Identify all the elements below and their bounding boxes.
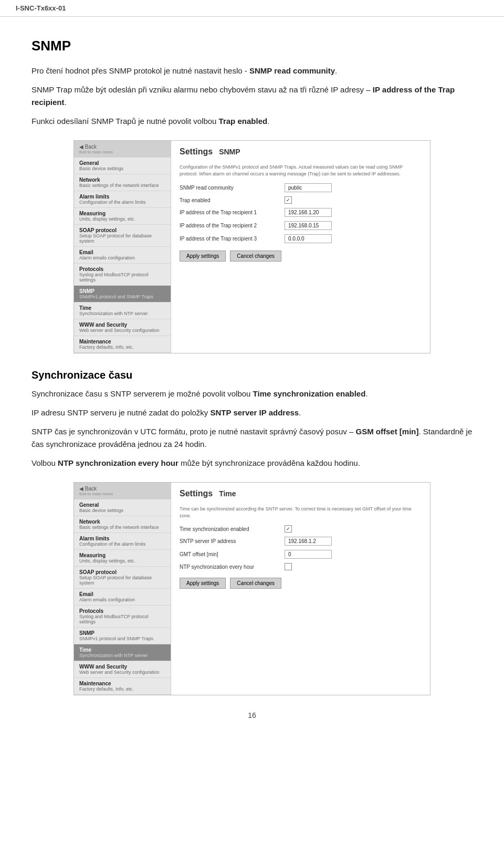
time-sidebar-item-time[interactable]: Time Synchronization with NTP server	[74, 644, 171, 661]
page-content: SNMP Pro čtení hodnot přes SNMP protokol…	[0, 17, 504, 751]
time-apply-button[interactable]: Apply settings	[180, 578, 226, 589]
back-label: ◀ Back	[79, 144, 165, 150]
gmt-offset-label: GMT offset [min]	[180, 551, 285, 557]
sidebar-item-measuring[interactable]: Measuring Units, display settings, etc.	[74, 208, 171, 225]
ntp-every-hour-label: NTP synchronization every hour	[180, 564, 285, 570]
gmt-offset-row: GMT offset [min] 0	[180, 550, 422, 559]
time-cancel-button[interactable]: Cancel changes	[230, 578, 281, 589]
time-sidebar-item-www[interactable]: WWW and Security Web server and Security…	[74, 661, 171, 678]
trap-enabled-checkbox[interactable]: ✓	[285, 196, 292, 204]
snmp-header-row: Settings SNMP	[180, 147, 422, 161]
sidebar-item-protocols[interactable]: Protocols Syslog and ModbusTCP protocol …	[74, 264, 171, 286]
time-sync-enabled-label: Time synchronization enabled	[180, 526, 285, 532]
snmp-screenshot: ◀ Back Exit to main menu General Basic d…	[74, 140, 430, 353]
page-header: I-SNC-Tx6xx-01	[0, 0, 504, 17]
snmp-page-title: Settings	[180, 147, 213, 157]
snmp-description: Configuration of the SNMPv1 protocol and…	[180, 164, 422, 177]
snmp-para-3: Funkci odesílaní SNMP Trapů je nutné pov…	[32, 115, 472, 128]
trap-ip1-value[interactable]: 192.168.1.20	[285, 208, 332, 217]
sync-para-3: SNTP čas je synchronizován v UTC formátu…	[32, 425, 472, 451]
ntp-every-hour-row: NTP synchronization every hour	[180, 563, 422, 570]
time-sidebar-item-snmp[interactable]: SNMP SNMPv1 protocol and SNMP Traps	[74, 628, 171, 644]
sntp-ip-row: SNTP server IP address 192.168.1.2	[180, 537, 422, 546]
trap-enabled-row: Trap enabled ✓	[180, 196, 422, 204]
time-buttons: Apply settings Cancel changes	[180, 578, 422, 589]
sidebar-item-snmp[interactable]: SNMP SNMPv1 protocol and SNMP Traps	[74, 286, 171, 302]
sntp-ip-label: SNTP server IP address	[180, 538, 285, 544]
time-description: Time can be synchronized according the S…	[180, 506, 422, 519]
time-sidebar: ◀ Back Exit to main menu General Basic d…	[74, 483, 171, 695]
time-sidebar-item-protocols[interactable]: Protocols Syslog and ModbusTCP protocol …	[74, 606, 171, 628]
time-sidebar-item-alarm[interactable]: Alarm limits Configuration of the alarm …	[74, 533, 171, 550]
sidebar-item-email[interactable]: Email Alarm emails configuration	[74, 247, 171, 264]
back-sub: Exit to main menu	[79, 150, 165, 154]
sidebar-item-time[interactable]: Time Synchronization with NTP server	[74, 302, 171, 319]
trap-ip3-label: IP address of the Trap recipient 3	[180, 236, 285, 242]
sidebar-item-maintenance[interactable]: Maintenance Factory defaults, Info, etc.	[74, 336, 171, 353]
sidebar-item-general[interactable]: General Basic device settings	[74, 158, 171, 174]
snmp-back-button[interactable]: ◀ Back Exit to main menu	[74, 141, 171, 158]
snmp-read-community-value[interactable]: public	[285, 183, 332, 192]
gmt-offset-value[interactable]: 0	[285, 550, 332, 559]
ntp-every-hour-checkbox[interactable]	[285, 563, 292, 570]
snmp-buttons: Apply settings Cancel changes	[180, 251, 422, 262]
snmp-title: SNMP	[32, 38, 472, 54]
time-back-button[interactable]: ◀ Back Exit to main menu	[74, 483, 171, 499]
time-sync-enabled-checkbox[interactable]: ✓	[285, 525, 292, 533]
sidebar-item-alarm[interactable]: Alarm limits Configuration of the alarm …	[74, 191, 171, 208]
sntp-ip-value[interactable]: 192.168.1.2	[285, 537, 332, 546]
trap-ip2-row: IP address of the Trap recipient 2 192.1…	[180, 221, 422, 230]
sync-para-2: IP adresu SNTP serveru je nutné zadat do…	[32, 406, 472, 419]
snmp-read-community-label: SNMP read community	[180, 185, 285, 191]
time-sidebar-item-network[interactable]: Network Basic settings of the network in…	[74, 516, 171, 533]
back-label-2: ◀ Back	[79, 486, 165, 492]
trap-ip3-row: IP address of the Trap recipient 3 0.0.0…	[180, 234, 422, 243]
sync-para-1: Synchronizace času s SNTP serverem je mo…	[32, 388, 472, 400]
snmp-para-2: SNMP Trap může být odeslán při vzniku al…	[32, 84, 472, 109]
trap-ip3-value[interactable]: 0.0.0.0	[285, 234, 332, 243]
time-section-name: Time	[219, 489, 236, 498]
snmp-para-1: Pro čtení hodnot přes SNMP protokol je n…	[32, 65, 472, 77]
time-sidebar-item-maintenance[interactable]: Maintenance Factory defaults, Info, etc.	[74, 678, 171, 695]
trap-ip2-value[interactable]: 192.168.0.15	[285, 221, 332, 230]
sidebar-item-www[interactable]: WWW and Security Web server and Security…	[74, 319, 171, 336]
snmp-apply-button[interactable]: Apply settings	[180, 251, 226, 262]
time-main-panel: Settings Time Time can be synchronized a…	[171, 483, 430, 695]
trap-ip1-row: IP address of the Trap recipient 1 192.1…	[180, 208, 422, 217]
snmp-cancel-button[interactable]: Cancel changes	[230, 251, 281, 262]
snmp-main-panel: Settings SNMP Configuration of the SNMPv…	[171, 141, 430, 353]
time-sidebar-item-soap[interactable]: SOAP protocol Setup SOAP protocol for da…	[74, 567, 171, 589]
trap-ip2-label: IP address of the Trap recipient 2	[180, 223, 285, 228]
snmp-read-community-row: SNMP read community public	[180, 183, 422, 192]
trap-ip1-label: IP address of the Trap recipient 1	[180, 210, 285, 215]
time-screenshot: ◀ Back Exit to main menu General Basic d…	[74, 482, 430, 695]
time-sidebar-item-general[interactable]: General Basic device settings	[74, 499, 171, 516]
sync-title: Synchronizace času	[32, 369, 472, 381]
time-sync-enabled-row: Time synchronization enabled ✓	[180, 525, 422, 533]
time-page-title: Settings	[180, 489, 213, 498]
time-sidebar-item-measuring[interactable]: Measuring Units, display settings, etc.	[74, 550, 171, 567]
back-sub-2: Exit to main menu	[79, 492, 165, 496]
sidebar-item-soap[interactable]: SOAP protocol Setup SOAP protocol for da…	[74, 225, 171, 247]
time-sidebar-item-email[interactable]: Email Alarm emails configuration	[74, 589, 171, 606]
sync-para-4: Volbou NTP synchronization every hour mů…	[32, 457, 472, 470]
snmp-section-name: SNMP	[219, 148, 240, 156]
snmp-sidebar: ◀ Back Exit to main menu General Basic d…	[74, 141, 171, 353]
page-number: 16	[32, 711, 472, 730]
trap-enabled-label: Trap enabled	[180, 197, 285, 203]
header-label: I-SNC-Tx6xx-01	[16, 4, 66, 12]
sidebar-item-network[interactable]: Network Basic settings of the network in…	[74, 174, 171, 191]
time-header-row: Settings Time	[180, 489, 422, 503]
